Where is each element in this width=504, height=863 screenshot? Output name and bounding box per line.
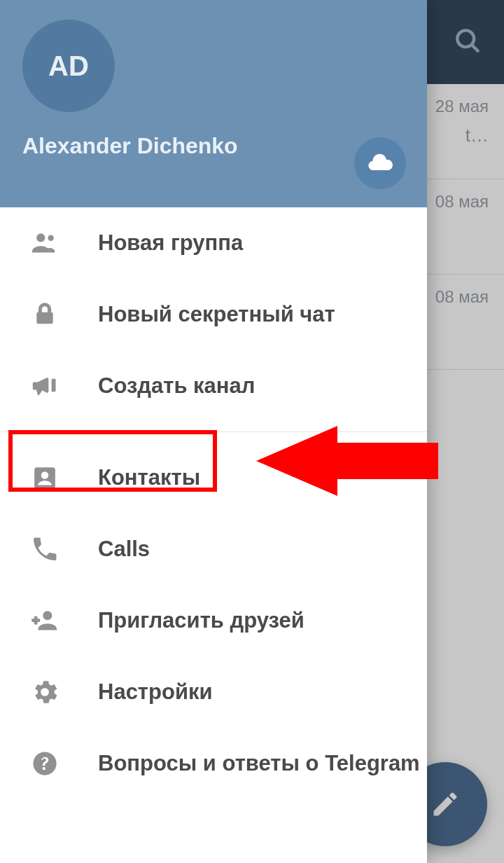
svg-point-7 <box>41 471 49 479</box>
svg-point-8 <box>43 611 52 620</box>
menu-label: Создать канал <box>98 373 255 399</box>
menu-item-secret-chat[interactable]: Новый секретный чат <box>0 279 427 350</box>
navigation-drawer: AD Alexander Dichenko Нов <box>0 0 427 863</box>
drawer-header: AD Alexander Dichenko <box>0 0 427 207</box>
person-add-icon <box>24 605 66 637</box>
menu-item-calls[interactable]: Calls <box>0 513 427 585</box>
menu-item-contacts[interactable]: Контакты <box>0 442 427 513</box>
svg-rect-10 <box>34 616 38 625</box>
menu-item-settings[interactable]: Настройки <box>0 656 427 728</box>
menu-label: Контакты <box>98 465 200 490</box>
avatar[interactable]: AD <box>22 20 115 112</box>
menu-separator <box>0 432 427 432</box>
svg-rect-4 <box>36 312 52 324</box>
menu-item-faq[interactable]: Вопросы и ответы о Telegram <box>0 728 427 799</box>
people-icon <box>24 227 66 259</box>
saved-messages-button[interactable] <box>354 137 406 189</box>
menu-item-invite[interactable]: Пригласить друзей <box>0 585 427 656</box>
svg-point-2 <box>36 233 45 242</box>
menu-label: Новая группа <box>98 230 243 256</box>
menu-item-create-channel[interactable]: Создать канал <box>0 350 427 422</box>
drawer-menu: Новая группа Новый секретный чат <box>0 207 427 863</box>
lock-icon <box>24 301 66 329</box>
contact-icon <box>24 463 66 492</box>
account-name: Alexander Dichenko <box>22 133 405 159</box>
menu-label: Настройки <box>98 679 213 705</box>
cloud-icon <box>366 149 394 177</box>
menu-item-new-group[interactable]: Новая группа <box>0 207 427 279</box>
menu-label: Новый секретный чат <box>98 302 335 327</box>
menu-label: Пригласить друзей <box>98 608 304 633</box>
gear-icon <box>24 677 66 707</box>
menu-label: Calls <box>98 537 150 562</box>
avatar-initials: AD <box>48 50 89 82</box>
svg-point-3 <box>48 235 53 241</box>
megaphone-icon <box>24 370 66 402</box>
phone-icon <box>24 534 66 564</box>
menu-label: Вопросы и ответы о Telegram <box>98 751 420 776</box>
help-icon <box>24 749 66 778</box>
svg-rect-5 <box>52 379 56 392</box>
